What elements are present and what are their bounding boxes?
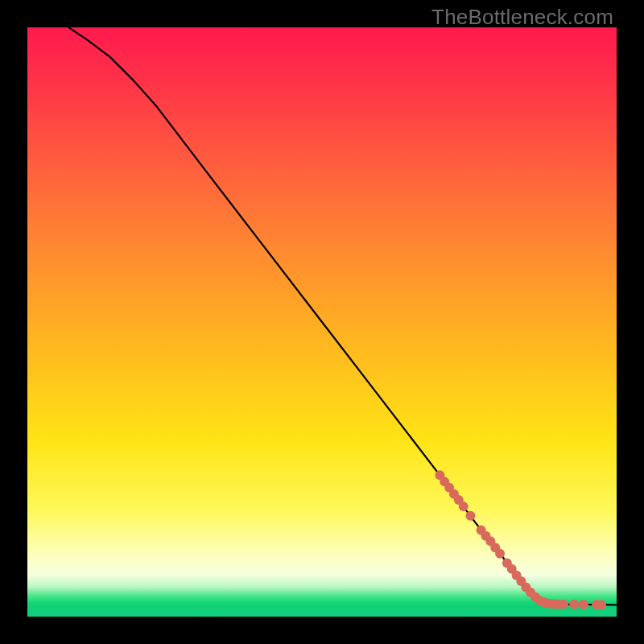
chart-stage: TheBottleneck.com [0, 0, 644, 644]
watermark-text: TheBottleneck.com [431, 5, 613, 30]
data-marker [495, 549, 505, 559]
data-marker [569, 600, 579, 609]
marker-group [435, 470, 606, 609]
data-marker [465, 511, 475, 521]
plot-area [27, 27, 617, 617]
data-marker [559, 600, 568, 609]
curve-line [68, 27, 617, 605]
chart-svg [27, 27, 617, 617]
data-marker [579, 600, 588, 609]
data-marker [597, 600, 606, 609]
data-marker [459, 502, 469, 511]
